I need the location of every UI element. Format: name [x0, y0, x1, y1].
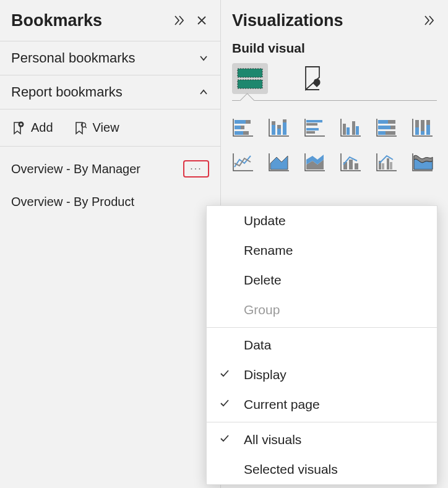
- svg-rect-38: [355, 163, 358, 169]
- line-chart-icon[interactable]: [232, 151, 254, 173]
- report-bookmarks-section[interactable]: Report bookmarks: [0, 75, 220, 109]
- line-stacked-column-icon[interactable]: [340, 151, 362, 173]
- collapse-forward-icon[interactable]: [172, 13, 187, 28]
- svg-rect-27: [390, 126, 395, 129]
- menu-update[interactable]: Update: [207, 206, 437, 236]
- menu-all-visuals[interactable]: All visuals: [207, 425, 437, 455]
- build-visual-tab[interactable]: [232, 63, 268, 94]
- svg-rect-10: [272, 125, 275, 135]
- close-icon[interactable]: [194, 13, 209, 28]
- svg-rect-13: [277, 125, 281, 129]
- svg-rect-35: [426, 125, 430, 135]
- svg-rect-19: [306, 131, 315, 134]
- report-bookmarks-label: Report bookmarks: [11, 84, 198, 100]
- bookmark-item[interactable]: Overview - By Product: [0, 186, 220, 218]
- bookmark-list: Overview - By Manager ... Overview - By …: [0, 147, 220, 223]
- svg-rect-28: [378, 131, 386, 135]
- svg-rect-21: [347, 127, 350, 135]
- viz-header: Visualizations: [221, 0, 448, 41]
- bookmarks-panel: Bookmarks Personal bookmarks Report book…: [0, 0, 221, 488]
- stacked-bar-icon[interactable]: [232, 116, 254, 139]
- menu-separator: [207, 327, 437, 328]
- svg-rect-4: [235, 120, 246, 124]
- check-icon: [219, 367, 230, 382]
- add-bookmark-button[interactable]: Add: [11, 121, 53, 135]
- menu-delete[interactable]: Delete: [207, 265, 437, 295]
- svg-rect-18: [306, 128, 319, 131]
- ribbon-chart-icon[interactable]: [411, 151, 434, 173]
- svg-rect-37: [349, 160, 353, 169]
- chevron-up-icon: [198, 87, 209, 98]
- hundred-bar-icon[interactable]: [376, 116, 398, 139]
- svg-rect-26: [378, 126, 390, 129]
- svg-rect-3: [238, 80, 262, 88]
- svg-rect-8: [235, 131, 243, 135]
- svg-rect-16: [306, 120, 322, 122]
- svg-rect-20: [343, 124, 346, 135]
- svg-rect-24: [378, 120, 388, 124]
- bookmarks-toolbar: Add View: [0, 109, 220, 147]
- svg-rect-12: [277, 129, 281, 135]
- check-icon: [219, 432, 230, 447]
- menu-display-label: Display: [244, 367, 286, 382]
- svg-rect-42: [390, 162, 392, 169]
- menu-group: Group: [207, 295, 437, 325]
- clustered-bar-icon[interactable]: [304, 116, 326, 139]
- svg-rect-31: [415, 127, 419, 135]
- personal-bookmarks-section[interactable]: Personal bookmarks: [0, 41, 220, 75]
- viz-title: Visualizations: [232, 11, 415, 30]
- check-icon: [219, 397, 230, 412]
- menu-data[interactable]: Data: [207, 330, 437, 360]
- menu-rename[interactable]: Rename: [207, 236, 437, 265]
- build-mode-icons: [221, 61, 448, 100]
- bookmark-view-icon: [73, 121, 87, 135]
- format-visual-tab[interactable]: [295, 63, 331, 94]
- svg-rect-25: [388, 120, 395, 124]
- clustered-column-icon[interactable]: [340, 116, 362, 139]
- menu-selected-visuals[interactable]: Selected visuals: [207, 455, 437, 484]
- svg-rect-34: [426, 120, 430, 125]
- personal-bookmarks-label: Personal bookmarks: [11, 50, 198, 66]
- collapse-forward-icon[interactable]: [422, 13, 437, 28]
- bookmarks-title: Bookmarks: [11, 11, 165, 30]
- bookmark-more-button[interactable]: ...: [183, 160, 209, 178]
- svg-rect-2: [238, 69, 262, 77]
- svg-rect-9: [243, 131, 249, 135]
- line-clustered-column-icon[interactable]: [376, 151, 398, 173]
- stacked-column-icon[interactable]: [268, 116, 290, 139]
- svg-rect-15: [283, 119, 286, 122]
- menu-all-visuals-label: All visuals: [244, 432, 301, 447]
- svg-rect-17: [306, 123, 317, 126]
- menu-separator: [207, 422, 437, 422]
- menu-current-page-label: Current page: [244, 397, 320, 411]
- menu-display[interactable]: Display: [207, 360, 437, 390]
- view-bookmarks-button[interactable]: View: [73, 121, 119, 135]
- svg-rect-29: [386, 131, 395, 135]
- area-chart-icon[interactable]: [268, 151, 290, 173]
- svg-rect-11: [272, 121, 275, 125]
- svg-rect-5: [246, 120, 251, 124]
- build-visual-label: Build visual: [221, 41, 448, 61]
- menu-current-page[interactable]: Current page: [207, 390, 437, 419]
- hundred-column-icon[interactable]: [411, 116, 434, 139]
- svg-rect-30: [415, 120, 419, 127]
- svg-rect-33: [421, 131, 424, 135]
- svg-rect-40: [382, 163, 384, 169]
- svg-rect-14: [283, 122, 286, 135]
- svg-rect-23: [356, 126, 359, 135]
- svg-rect-6: [235, 126, 241, 129]
- bookmark-item-label: Overview - By Manager: [11, 162, 181, 176]
- svg-rect-32: [421, 120, 424, 131]
- svg-rect-7: [241, 126, 244, 129]
- stacked-area-icon[interactable]: [304, 151, 326, 173]
- svg-rect-22: [352, 121, 355, 135]
- bookmark-add-icon: [11, 121, 25, 135]
- bookmarks-header: Bookmarks: [0, 0, 220, 41]
- bookmark-context-menu: Update Rename Delete Group Data Display …: [206, 205, 437, 485]
- chevron-down-icon: [198, 53, 209, 64]
- add-label: Add: [31, 121, 53, 135]
- svg-rect-41: [387, 158, 389, 169]
- bookmark-item[interactable]: Overview - By Manager ...: [0, 152, 220, 186]
- view-label: View: [93, 121, 119, 135]
- chart-type-grid: [221, 109, 448, 181]
